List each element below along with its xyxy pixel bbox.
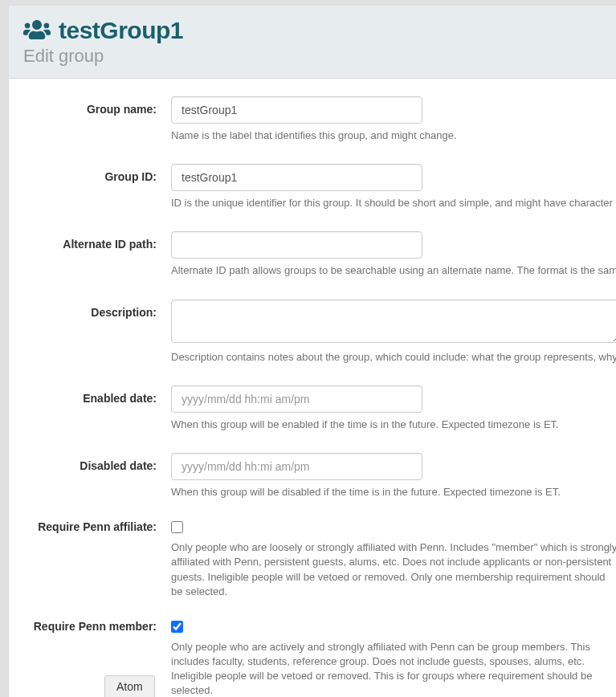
- edit-group-panel: testGroup1 Edit group Group name: Name i…: [8, 5, 616, 697]
- alt-id-path-input[interactable]: [171, 231, 422, 259]
- description-label: Description:: [9, 300, 171, 319]
- enabled-date-help: When this group will be enabled if the t…: [171, 418, 616, 432]
- form-body: Group name: Name is the label that ident…: [9, 79, 616, 697]
- group-name-help: Name is the label that identifies this g…: [171, 128, 616, 143]
- description-textarea[interactable]: [171, 300, 616, 343]
- description-help: Description contains notes about the gro…: [171, 350, 616, 365]
- disabled-date-input[interactable]: [171, 453, 422, 480]
- group-name-input[interactable]: [171, 96, 422, 124]
- group-name-label: Group name:: [9, 96, 171, 116]
- require-penn-member-help: Only people who are actively and strongl…: [171, 640, 616, 697]
- require-penn-affiliate-label: Require Penn affiliate:: [9, 520, 171, 533]
- disabled-date-label: Disabled date:: [9, 453, 171, 472]
- group-icon: [23, 18, 51, 43]
- disabled-date-help: When this group will be disabled if the …: [171, 485, 616, 499]
- alt-id-path-label: Alternate ID path:: [9, 231, 171, 251]
- group-id-label: Group ID:: [9, 164, 171, 183]
- page-subtitle: Edit group: [23, 46, 603, 67]
- alt-id-path-help: Alternate ID path allows groups to be se…: [171, 263, 616, 278]
- require-penn-affiliate-help: Only people who are loosely or strongly …: [171, 540, 616, 599]
- page-title: testGroup1: [59, 17, 183, 44]
- panel-header: testGroup1 Edit group: [9, 6, 616, 79]
- enabled-date-input[interactable]: [171, 385, 422, 413]
- atom-button[interactable]: Atom: [104, 675, 155, 697]
- group-id-help: ID is the unique identifier for this gro…: [171, 196, 616, 210]
- require-penn-affiliate-checkbox[interactable]: [171, 521, 183, 533]
- require-penn-member-checkbox[interactable]: [171, 621, 183, 633]
- require-penn-member-label: Require Penn member:: [9, 620, 171, 633]
- enabled-date-label: Enabled date:: [9, 385, 171, 405]
- group-id-input[interactable]: [171, 164, 422, 191]
